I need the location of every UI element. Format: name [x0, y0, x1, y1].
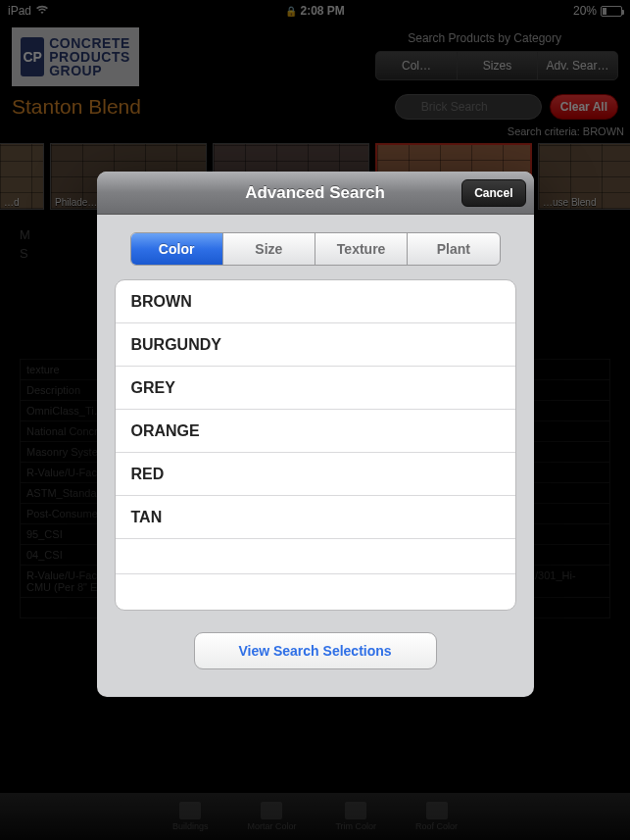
- modal-navbar: Advanced Search Cancel: [97, 172, 534, 215]
- list-item[interactable]: GREY: [116, 367, 515, 410]
- view-selections-button[interactable]: View Search Selections: [194, 632, 437, 669]
- list-item[interactable]: TAN: [116, 496, 515, 539]
- modal-segmented-control: Color Size Texture Plant: [130, 232, 501, 266]
- list-item[interactable]: ORANGE: [116, 410, 515, 453]
- list-item[interactable]: BURGUNDY: [116, 323, 515, 367]
- advanced-search-modal: Advanced Search Cancel Color Size Textur…: [97, 172, 534, 697]
- color-list: BROWNBURGUNDYGREYORANGEREDTAN: [115, 279, 516, 611]
- list-item[interactable]: RED: [116, 453, 515, 496]
- list-item[interactable]: BROWN: [116, 280, 515, 323]
- seg-color[interactable]: Color: [131, 233, 222, 265]
- seg-texture[interactable]: Texture: [315, 233, 407, 265]
- cancel-button[interactable]: Cancel: [461, 179, 525, 207]
- seg-plant[interactable]: Plant: [407, 233, 499, 265]
- list-item-empty: [116, 539, 515, 574]
- modal-title: Advanced Search: [245, 183, 385, 203]
- list-item-empty: [116, 574, 515, 610]
- seg-size[interactable]: Size: [222, 233, 315, 265]
